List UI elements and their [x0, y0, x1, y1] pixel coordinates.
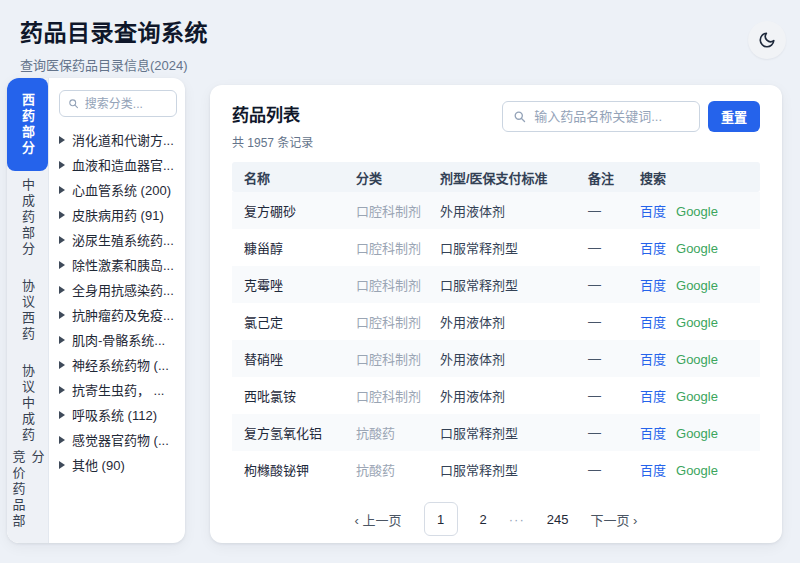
google-search-link[interactable]: Google — [676, 278, 718, 293]
category-item-respiratory[interactable]: 呼吸系统 (112) — [59, 402, 177, 427]
table-body: 复方硼砂 口腔科制剂 外用液体剂 — 百度Google 糠甾醇 口腔科制剂 口服… — [232, 192, 760, 488]
baidu-search-link[interactable]: 百度 — [640, 352, 666, 367]
page-button-245[interactable]: 245 — [547, 512, 569, 527]
tab-western-drugs[interactable]: 西药部分 — [7, 78, 48, 171]
google-search-link[interactable]: Google — [676, 352, 718, 367]
reset-button[interactable]: 重置 — [708, 101, 760, 132]
drug-name: 替硝唑 — [232, 349, 344, 368]
app-header: 药品目录查询系统 查询医保药品目录信息(2024) — [0, 0, 800, 74]
google-search-link[interactable]: Google — [676, 463, 718, 478]
category-label: 皮肤病用药 (91) — [72, 205, 164, 224]
category-item-musculoskeletal[interactable]: 肌肉-骨骼系统... — [59, 327, 177, 352]
col-header-search: 搜索 — [628, 168, 760, 187]
table-row: 复方氢氧化铝 抗酸药 口服常释剂型 — 百度Google — [232, 414, 760, 451]
panel-title: 药品列表 — [232, 101, 313, 126]
category-search — [59, 90, 177, 117]
category-label: 全身用抗感染药... — [72, 280, 174, 299]
table-header-row: 名称 分类 剂型/医保支付标准 备注 搜索 — [232, 162, 760, 192]
category-item-genitourinary[interactable]: 泌尿生殖系统药... — [59, 227, 177, 252]
baidu-search-link[interactable]: 百度 — [640, 204, 666, 219]
drug-category: 口腔科制剂 — [344, 349, 428, 368]
category-item-dermatology[interactable]: 皮肤病用药 (91) — [59, 202, 177, 227]
caret-right-icon — [59, 211, 65, 219]
caret-right-icon — [59, 386, 65, 394]
drug-search-input[interactable] — [534, 109, 689, 124]
drug-form: 外用液体剂 — [428, 201, 576, 220]
category-label: 除性激素和胰岛... — [72, 255, 174, 274]
drug-category: 抗酸药 — [344, 423, 428, 442]
drug-category: 口腔科制剂 — [344, 238, 428, 257]
drug-note: — — [576, 240, 628, 255]
baidu-search-link[interactable]: 百度 — [640, 315, 666, 330]
drug-name: 糠甾醇 — [232, 238, 344, 257]
baidu-search-link[interactable]: 百度 — [640, 389, 666, 404]
drug-category: 抗酸药 — [344, 460, 428, 479]
category-label: 抗寄生虫药， ... — [72, 380, 164, 399]
search-icon — [513, 109, 526, 124]
category-item-antitumor[interactable]: 抗肿瘤药及免疫... — [59, 302, 177, 327]
baidu-search-link[interactable]: 百度 — [640, 426, 666, 441]
category-search-input[interactable] — [85, 97, 168, 111]
category-item-antiparasitic[interactable]: 抗寄生虫药， ... — [59, 377, 177, 402]
drug-list-panel: 药品列表 共 1957 条记录 重置 名称 分类 剂型/医保支付标准 备注 搜索 — [210, 85, 782, 543]
drug-form: 口服常释剂型 — [428, 275, 576, 294]
drug-note: — — [576, 425, 628, 440]
drug-note: — — [576, 277, 628, 292]
google-search-link[interactable]: Google — [676, 204, 718, 219]
category-item-antiinfective[interactable]: 全身用抗感染药... — [59, 277, 177, 302]
search-icon — [68, 97, 79, 110]
pagination: ‹ 上一页 1 2 ··· 245 下一页 › — [232, 502, 760, 536]
drug-category: 口腔科制剂 — [344, 201, 428, 220]
col-header-name: 名称 — [232, 168, 344, 187]
drug-name: 西吡氯铵 — [232, 386, 344, 405]
category-item-blood[interactable]: 血液和造血器官... — [59, 152, 177, 177]
google-search-link[interactable]: Google — [676, 241, 718, 256]
page-title: 药品目录查询系统 — [20, 14, 780, 48]
drug-category: 口腔科制剂 — [344, 312, 428, 331]
category-label: 肌肉-骨骼系统... — [72, 330, 165, 349]
baidu-search-link[interactable]: 百度 — [640, 463, 666, 478]
prev-page-button[interactable]: ‹ 上一页 — [355, 510, 402, 529]
google-search-link[interactable]: Google — [676, 389, 718, 404]
drug-form: 外用液体剂 — [428, 349, 576, 368]
drug-note: — — [576, 388, 628, 403]
category-item-cardio[interactable]: 心血管系统 (200) — [59, 177, 177, 202]
tab-agreement-western[interactable]: 协议西药 — [7, 264, 48, 357]
category-label: 泌尿生殖系统药... — [72, 230, 174, 249]
category-label: 抗肿瘤药及免疫... — [72, 305, 174, 324]
category-item-sensory[interactable]: 感觉器官药物 (... — [59, 427, 177, 452]
category-label: 感觉器官药物 (... — [72, 430, 169, 449]
category-item-nervous[interactable]: 神经系统药物 (... — [59, 352, 177, 377]
category-item-other[interactable]: 其他 (90) — [59, 452, 177, 477]
category-item-hormones[interactable]: 除性激素和胰岛... — [59, 252, 177, 277]
content-area: 西药部分 中成药部分 协议西药 协议中成药 竞价药品部分 消化道和代谢方... … — [0, 74, 800, 543]
category-label: 呼吸系统 (112) — [72, 405, 157, 424]
drug-form: 外用液体剂 — [428, 386, 576, 405]
tab-agreement-chinese[interactable]: 协议中成药 — [7, 357, 48, 450]
tab-bidding-drugs[interactable]: 竞价药品部分 — [7, 450, 48, 543]
drug-form: 口服常释剂型 — [428, 423, 576, 442]
next-page-button[interactable]: 下一页 › — [590, 510, 637, 529]
table-row: 西吡氯铵 口腔科制剂 外用液体剂 — 百度Google — [232, 377, 760, 414]
baidu-search-link[interactable]: 百度 — [640, 278, 666, 293]
category-label: 神经系统药物 (... — [72, 355, 169, 374]
google-search-link[interactable]: Google — [676, 315, 718, 330]
table-row: 糠甾醇 口腔科制剂 口服常释剂型 — 百度Google — [232, 229, 760, 266]
page-button-1[interactable]: 1 — [424, 502, 458, 536]
page-button-2[interactable]: 2 — [480, 512, 487, 527]
theme-toggle-button[interactable] — [748, 21, 786, 59]
drug-note: — — [576, 203, 628, 218]
table-row: 枸橼酸铋钾 抗酸药 口服常释剂型 — 百度Google — [232, 451, 760, 488]
caret-right-icon — [59, 461, 65, 469]
page-ellipsis: ··· — [509, 512, 525, 527]
table-row: 氯己定 口腔科制剂 外用液体剂 — 百度Google — [232, 303, 760, 340]
category-panel: 消化道和代谢方... 血液和造血器官... 心血管系统 (200) 皮肤病用药 … — [49, 78, 185, 543]
caret-right-icon — [59, 361, 65, 369]
panel-head: 药品列表 共 1957 条记录 重置 — [232, 101, 760, 150]
moon-icon — [758, 31, 776, 49]
category-item-digestive[interactable]: 消化道和代谢方... — [59, 127, 177, 152]
page-subtitle: 查询医保药品目录信息(2024) — [20, 55, 780, 74]
baidu-search-link[interactable]: 百度 — [640, 241, 666, 256]
google-search-link[interactable]: Google — [676, 426, 718, 441]
tab-chinese-patent[interactable]: 中成药部分 — [7, 171, 48, 264]
